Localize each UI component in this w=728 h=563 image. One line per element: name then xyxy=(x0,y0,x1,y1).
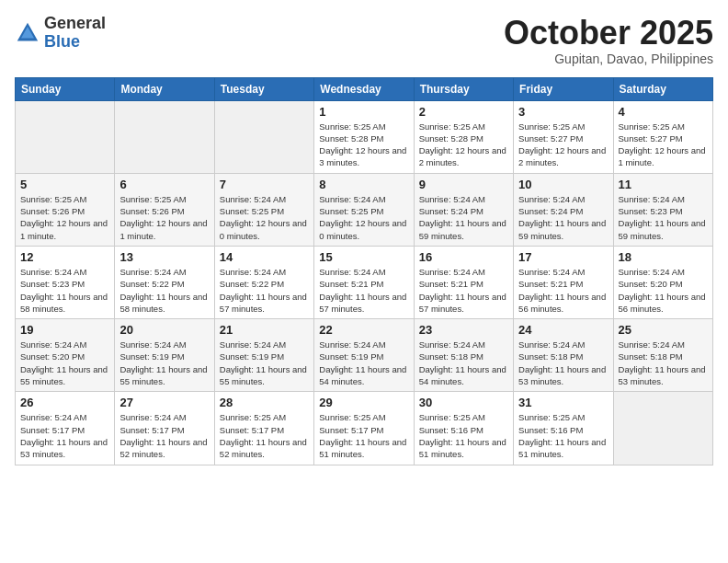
calendar-cell xyxy=(16,100,115,173)
day-info: Sunrise: 5:24 AM Sunset: 5:23 PM Dayligh… xyxy=(20,266,109,315)
calendar-week-row: 26Sunrise: 5:24 AM Sunset: 5:17 PM Dayli… xyxy=(16,392,713,465)
logo: General Blue xyxy=(15,15,106,52)
calendar-cell: 8Sunrise: 5:24 AM Sunset: 5:25 PM Daylig… xyxy=(314,173,414,246)
day-number: 20 xyxy=(119,323,209,337)
calendar-cell: 7Sunrise: 5:24 AM Sunset: 5:25 PM Daylig… xyxy=(214,173,313,246)
weekday-header-wednesday: Wednesday xyxy=(314,77,414,100)
weekday-header-tuesday: Tuesday xyxy=(214,77,313,100)
calendar-cell: 19Sunrise: 5:24 AM Sunset: 5:20 PM Dayli… xyxy=(16,319,115,392)
weekday-header-row: SundayMondayTuesdayWednesdayThursdayFrid… xyxy=(16,77,713,100)
day-number: 21 xyxy=(220,323,309,337)
weekday-header-friday: Friday xyxy=(514,77,613,100)
weekday-header-thursday: Thursday xyxy=(414,77,513,100)
day-info: Sunrise: 5:25 AM Sunset: 5:28 PM Dayligh… xyxy=(319,121,408,169)
day-info: Sunrise: 5:25 AM Sunset: 5:28 PM Dayligh… xyxy=(419,121,508,169)
day-number: 14 xyxy=(220,250,309,264)
calendar-cell: 29Sunrise: 5:25 AM Sunset: 5:17 PM Dayli… xyxy=(314,392,414,465)
day-info: Sunrise: 5:25 AM Sunset: 5:17 PM Dayligh… xyxy=(319,411,408,460)
day-number: 11 xyxy=(619,178,708,191)
day-number: 10 xyxy=(518,178,608,191)
day-number: 9 xyxy=(419,178,508,191)
calendar-cell: 20Sunrise: 5:24 AM Sunset: 5:19 PM Dayli… xyxy=(115,319,214,392)
day-number: 4 xyxy=(619,105,708,119)
day-info: Sunrise: 5:24 AM Sunset: 5:25 PM Dayligh… xyxy=(319,193,408,242)
day-info: Sunrise: 5:25 AM Sunset: 5:16 PM Dayligh… xyxy=(518,411,608,460)
calendar-cell: 27Sunrise: 5:24 AM Sunset: 5:17 PM Dayli… xyxy=(115,392,214,465)
calendar-cell: 10Sunrise: 5:24 AM Sunset: 5:24 PM Dayli… xyxy=(514,173,613,246)
day-info: Sunrise: 5:24 AM Sunset: 5:17 PM Dayligh… xyxy=(20,411,109,460)
calendar-cell: 11Sunrise: 5:24 AM Sunset: 5:23 PM Dayli… xyxy=(613,173,712,246)
calendar-cell: 26Sunrise: 5:24 AM Sunset: 5:17 PM Dayli… xyxy=(16,392,115,465)
day-number: 22 xyxy=(319,323,408,337)
day-info: Sunrise: 5:24 AM Sunset: 5:22 PM Dayligh… xyxy=(220,266,309,315)
calendar-cell: 14Sunrise: 5:24 AM Sunset: 5:22 PM Dayli… xyxy=(214,246,313,318)
calendar-week-row: 1Sunrise: 5:25 AM Sunset: 5:28 PM Daylig… xyxy=(16,100,713,173)
day-info: Sunrise: 5:24 AM Sunset: 5:25 PM Dayligh… xyxy=(220,193,309,242)
day-info: Sunrise: 5:24 AM Sunset: 5:19 PM Dayligh… xyxy=(319,339,408,387)
day-info: Sunrise: 5:24 AM Sunset: 5:20 PM Dayligh… xyxy=(20,339,109,387)
day-number: 29 xyxy=(319,396,408,409)
location-subtitle: Gupitan, Davao, Philippines xyxy=(504,52,713,66)
day-info: Sunrise: 5:24 AM Sunset: 5:18 PM Dayligh… xyxy=(518,339,608,387)
day-info: Sunrise: 5:25 AM Sunset: 5:27 PM Dayligh… xyxy=(619,121,708,169)
calendar-cell: 3Sunrise: 5:25 AM Sunset: 5:27 PM Daylig… xyxy=(514,100,613,173)
calendar-cell: 9Sunrise: 5:24 AM Sunset: 5:24 PM Daylig… xyxy=(414,173,513,246)
calendar-cell: 28Sunrise: 5:25 AM Sunset: 5:17 PM Dayli… xyxy=(214,392,313,465)
day-info: Sunrise: 5:25 AM Sunset: 5:26 PM Dayligh… xyxy=(119,193,209,242)
calendar-cell: 16Sunrise: 5:24 AM Sunset: 5:21 PM Dayli… xyxy=(414,246,513,318)
day-number: 19 xyxy=(20,323,109,337)
day-info: Sunrise: 5:24 AM Sunset: 5:18 PM Dayligh… xyxy=(419,339,508,387)
page-header: General Blue October 2025 Gupitan, Davao… xyxy=(15,15,713,66)
calendar-cell: 21Sunrise: 5:24 AM Sunset: 5:19 PM Dayli… xyxy=(214,319,313,392)
day-number: 28 xyxy=(220,396,309,409)
calendar-cell: 22Sunrise: 5:24 AM Sunset: 5:19 PM Dayli… xyxy=(314,319,414,392)
calendar-cell: 30Sunrise: 5:25 AM Sunset: 5:16 PM Dayli… xyxy=(414,392,513,465)
day-info: Sunrise: 5:24 AM Sunset: 5:20 PM Dayligh… xyxy=(619,266,708,315)
calendar-cell: 17Sunrise: 5:24 AM Sunset: 5:21 PM Dayli… xyxy=(514,246,613,318)
day-info: Sunrise: 5:25 AM Sunset: 5:27 PM Dayligh… xyxy=(518,121,608,169)
calendar-cell: 4Sunrise: 5:25 AM Sunset: 5:27 PM Daylig… xyxy=(613,100,712,173)
calendar-week-row: 19Sunrise: 5:24 AM Sunset: 5:20 PM Dayli… xyxy=(16,319,713,392)
day-info: Sunrise: 5:24 AM Sunset: 5:17 PM Dayligh… xyxy=(119,411,209,460)
day-number: 26 xyxy=(20,396,109,409)
day-number: 6 xyxy=(119,178,209,191)
day-number: 27 xyxy=(119,396,209,409)
calendar-header: SundayMondayTuesdayWednesdayThursdayFrid… xyxy=(16,77,713,100)
day-info: Sunrise: 5:25 AM Sunset: 5:17 PM Dayligh… xyxy=(220,411,309,460)
day-info: Sunrise: 5:24 AM Sunset: 5:19 PM Dayligh… xyxy=(119,339,209,387)
day-number: 3 xyxy=(518,105,608,119)
day-number: 15 xyxy=(319,250,408,264)
calendar-cell xyxy=(115,100,214,173)
day-number: 13 xyxy=(119,250,209,264)
day-number: 16 xyxy=(419,250,508,264)
day-number: 8 xyxy=(319,178,408,191)
calendar-cell: 25Sunrise: 5:24 AM Sunset: 5:18 PM Dayli… xyxy=(613,319,712,392)
title-block: October 2025 Gupitan, Davao, Philippines xyxy=(504,15,713,66)
calendar-week-row: 5Sunrise: 5:25 AM Sunset: 5:26 PM Daylig… xyxy=(16,173,713,246)
day-number: 30 xyxy=(419,396,508,409)
day-number: 5 xyxy=(20,178,109,191)
calendar-cell: 31Sunrise: 5:25 AM Sunset: 5:16 PM Dayli… xyxy=(514,392,613,465)
day-info: Sunrise: 5:24 AM Sunset: 5:22 PM Dayligh… xyxy=(119,266,209,315)
calendar-cell: 23Sunrise: 5:24 AM Sunset: 5:18 PM Dayli… xyxy=(414,319,513,392)
logo-blue-text: Blue xyxy=(44,33,106,52)
calendar-cell: 18Sunrise: 5:24 AM Sunset: 5:20 PM Dayli… xyxy=(613,246,712,318)
day-number: 2 xyxy=(419,105,508,119)
calendar-cell: 2Sunrise: 5:25 AM Sunset: 5:28 PM Daylig… xyxy=(414,100,513,173)
day-number: 25 xyxy=(619,323,708,337)
day-info: Sunrise: 5:24 AM Sunset: 5:19 PM Dayligh… xyxy=(220,339,309,387)
weekday-header-saturday: Saturday xyxy=(613,77,712,100)
day-number: 31 xyxy=(518,396,608,409)
logo-text: General Blue xyxy=(44,15,106,52)
day-number: 1 xyxy=(319,105,408,119)
calendar-cell: 15Sunrise: 5:24 AM Sunset: 5:21 PM Dayli… xyxy=(314,246,414,318)
weekday-header-monday: Monday xyxy=(115,77,214,100)
calendar-table: SundayMondayTuesdayWednesdayThursdayFrid… xyxy=(15,77,713,465)
calendar-cell: 6Sunrise: 5:25 AM Sunset: 5:26 PM Daylig… xyxy=(115,173,214,246)
calendar-cell: 24Sunrise: 5:24 AM Sunset: 5:18 PM Dayli… xyxy=(514,319,613,392)
day-info: Sunrise: 5:25 AM Sunset: 5:16 PM Dayligh… xyxy=(419,411,508,460)
weekday-header-sunday: Sunday xyxy=(16,77,115,100)
day-number: 23 xyxy=(419,323,508,337)
day-info: Sunrise: 5:24 AM Sunset: 5:18 PM Dayligh… xyxy=(619,339,708,387)
day-info: Sunrise: 5:24 AM Sunset: 5:21 PM Dayligh… xyxy=(419,266,508,315)
